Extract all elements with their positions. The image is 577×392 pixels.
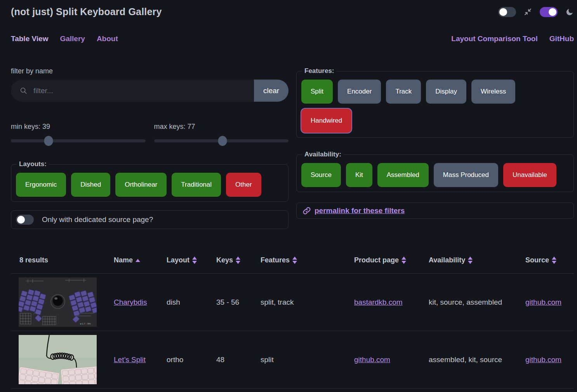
sort-both-icon [292,257,297,264]
filters-left-column: filter by name clear min keys: 39 [11,67,288,229]
availability-filter-group: Availability: Source Kit Assembled Mass … [296,151,574,192]
photo-cell [11,335,114,384]
permalink-box: permalink for these filters [296,203,574,219]
photo-cell: ø 1.7 - 5% [11,278,114,327]
toggle-knob [17,216,25,224]
availability-filter-source[interactable]: Source [301,163,341,187]
cell-name: Let’s Split [114,356,167,364]
availability-filter-unavailable[interactable]: Unavailable [503,163,556,187]
results-count: 8 results [11,256,114,264]
nav-left: Table View Gallery About [11,35,118,43]
availability-filter-mass-produced[interactable]: Mass Produced [434,163,498,187]
layouts-filter-group: Layouts: Ergonomic Dished Ortholinear Tr… [11,160,288,202]
cell-product-page: github.com [354,356,429,364]
topbar: (not just) Split Keyboard Gallery [11,0,574,17]
layout-filter-dished[interactable]: Dished [71,173,110,197]
max-keys-label: max keys: 77 [154,123,289,131]
cell-availability: assembled, kit, source [429,356,525,364]
table-row: ø 1.7 - 5% [11,274,574,331]
table-header: 8 results Name Layout Keys Features Prod… [11,247,574,274]
availability-filter-assembled[interactable]: Assembled [377,163,429,187]
nav-github[interactable]: GitHub [549,35,574,43]
min-keys-slider[interactable] [11,139,146,142]
column-header-name[interactable]: Name [114,256,167,264]
min-keys-label: min keys: 39 [11,123,146,131]
page-title: (not just) Split Keyboard Gallery [11,6,162,17]
column-header-availability[interactable]: Availability [429,256,525,264]
sort-both-icon [236,257,240,264]
dark-mode-toggle[interactable] [540,7,558,17]
name-filter-input[interactable] [28,80,254,102]
feature-filter-encoder[interactable]: Encoder [338,80,381,104]
moon-icon [565,8,574,16]
filters-panel: filter by name clear min keys: 39 [11,67,574,229]
nav-layout-comparison-tool[interactable]: Layout Comparison Tool [451,35,537,43]
source-page-toggle-box: Only with dedicated source page? [11,210,288,229]
sort-both-icon [552,257,556,264]
product-page-link[interactable]: github.com [354,356,390,364]
cell-layout: ortho [167,356,216,364]
cell-availability: kit, source, assembled [429,298,525,307]
collapse-icon[interactable] [524,8,532,16]
min-keys-slider-thumb[interactable] [44,136,53,146]
column-header-keys[interactable]: Keys [216,256,261,264]
layouts-legend: Layouts: [17,160,49,168]
column-header-product-page[interactable]: Product page [354,256,429,264]
cell-features: split, track [261,298,354,307]
cell-keys: 48 [216,356,261,364]
feature-filter-handwired[interactable]: Handwired [301,109,351,133]
permalink-link[interactable]: permalink for these filters [315,206,405,215]
feature-filter-wireless[interactable]: Wireless [471,80,515,104]
name-filter: clear [11,80,288,102]
keyboard-photo-charybdis: ø 1.7 - 5% [19,278,97,327]
svg-text:ø 1.7 - 5%: ø 1.7 - 5% [80,323,91,325]
layout-filter-ergonomic[interactable]: Ergonomic [16,173,66,197]
cell-features: split [261,356,354,364]
feature-filter-split[interactable]: Split [301,80,333,104]
availability-filter-kit[interactable]: Kit [346,163,372,187]
features-buttons: Split Encoder Track Display Wireless Han… [301,80,569,133]
keyboard-photo-lets-split [19,335,97,384]
layout-filter-other[interactable]: Other [226,173,261,197]
min-keys-group: min keys: 39 [11,123,146,142]
search-icon [11,80,28,102]
cell-name: Charybdis [114,298,167,307]
max-keys-group: max keys: 77 [154,123,289,142]
keyboard-name-link[interactable]: Let’s Split [114,356,146,364]
availability-buttons: Source Kit Assembled Mass Produced Unava… [301,163,569,187]
layout-filter-ortholinear[interactable]: Ortholinear [115,173,167,197]
max-keys-slider[interactable] [154,139,289,142]
compact-view-toggle[interactable] [498,7,516,17]
cell-source: github.com [525,356,574,364]
cell-source: github.com [525,298,574,307]
cell-layout: dish [167,298,216,307]
source-page-toggle-label: Only with dedicated source page? [42,215,153,224]
column-header-source[interactable]: Source [525,256,574,264]
max-keys-slider-thumb[interactable] [218,136,227,146]
column-header-layout[interactable]: Layout [167,256,216,264]
toggle-knob [549,8,556,16]
features-legend: Features: [302,67,337,75]
feature-filter-track[interactable]: Track [386,80,421,104]
sort-both-icon [468,257,473,264]
cell-product-page: bastardkb.com [354,298,429,307]
cell-keys: 35 - 56 [216,298,261,307]
nav-table-view[interactable]: Table View [11,35,48,43]
layouts-buttons: Ergonomic Dished Ortholinear Traditional… [16,173,283,197]
nav-gallery[interactable]: Gallery [60,35,85,43]
feature-filter-display[interactable]: Display [426,80,466,104]
keyboard-name-link[interactable]: Charybdis [114,298,147,306]
source-link[interactable]: github.com [525,298,561,306]
results-table: 8 results Name Layout Keys Features Prod… [11,247,574,389]
source-page-only-toggle[interactable] [16,215,34,225]
clear-filter-button[interactable]: clear [254,80,288,102]
sort-asc-icon [136,259,140,262]
source-link[interactable]: github.com [525,356,561,364]
table-row: Let’s Split ortho 48 split github.com as… [11,331,574,389]
column-header-features[interactable]: Features [261,256,354,264]
features-filter-group: Features: Split Encoder Track Display Wi… [296,67,574,138]
nav-about[interactable]: About [97,35,118,43]
layout-filter-traditional[interactable]: Traditional [172,173,221,197]
availability-legend: Availability: [302,151,344,158]
product-page-link[interactable]: bastardkb.com [354,298,403,306]
